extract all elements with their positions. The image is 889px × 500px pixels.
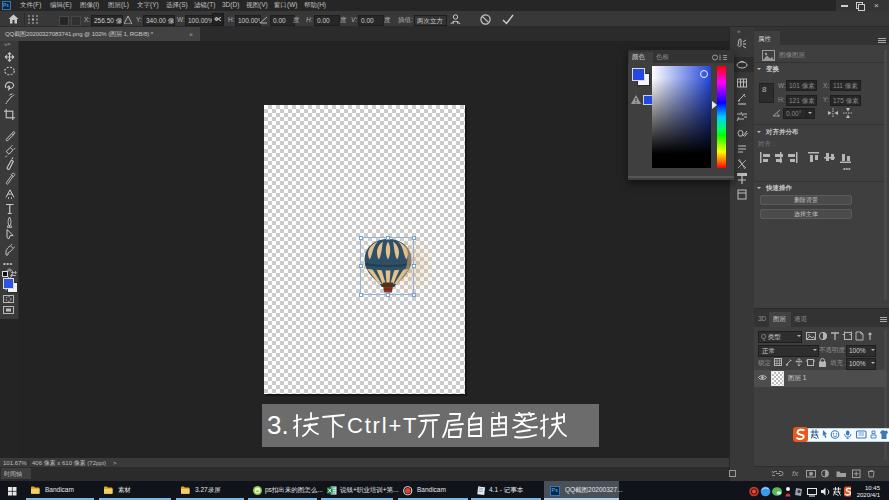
svg-text:fx: fx — [792, 469, 799, 478]
